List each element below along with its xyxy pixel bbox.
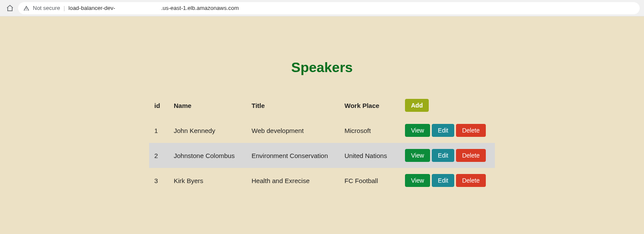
- table-header-row: id Name Title Work Place Add: [149, 93, 495, 118]
- cell-id: 2: [149, 143, 169, 168]
- view-button[interactable]: View: [405, 149, 430, 162]
- cell-workplace: Microsoft: [339, 118, 400, 143]
- edit-button[interactable]: Edit: [432, 149, 454, 162]
- table-row: 3Kirk ByersHealth and ExreciseFC Footbal…: [149, 168, 495, 193]
- home-icon[interactable]: [6, 4, 14, 12]
- cell-id: 1: [149, 118, 169, 143]
- page-title: Speakers: [291, 60, 353, 76]
- col-header-title: Title: [246, 93, 339, 118]
- cell-name: Kirk Byers: [169, 168, 246, 193]
- speakers-table: id Name Title Work Place Add 1John Kenne…: [149, 93, 495, 193]
- cell-title: Health and Exrecise: [246, 168, 339, 193]
- cell-name: John Kennedy: [169, 118, 246, 143]
- cell-workplace: FC Football: [339, 168, 400, 193]
- cell-actions: ViewEditDelete: [400, 143, 495, 168]
- view-button[interactable]: View: [405, 124, 430, 137]
- table-row: 2Johnstone ColombusEnvironment Conservat…: [149, 143, 495, 168]
- security-label: Not secure: [33, 5, 60, 11]
- delete-button[interactable]: Delete: [456, 149, 485, 162]
- cell-id: 3: [149, 168, 169, 193]
- cell-title: Environment Conservation: [246, 143, 339, 168]
- page-content: Speakers id Name Title Work Place Add 1J…: [0, 16, 644, 193]
- delete-button[interactable]: Delete: [456, 174, 485, 187]
- url-text-right: .us-east-1.elb.amazonaws.com: [161, 5, 239, 11]
- add-button[interactable]: Add: [405, 99, 429, 112]
- not-secure-icon: [23, 5, 29, 11]
- url-field[interactable]: Not secure | load-balancer-dev- .us-east…: [18, 2, 640, 14]
- url-text-left: load-balancer-dev-: [68, 5, 115, 11]
- cell-actions: ViewEditDelete: [400, 168, 495, 193]
- delete-button[interactable]: Delete: [456, 124, 485, 137]
- cell-name: Johnstone Colombus: [169, 143, 246, 168]
- browser-address-bar: Not secure | load-balancer-dev- .us-east…: [0, 0, 644, 16]
- table-row: 1John KennedyWeb developmentMicrosoftVie…: [149, 118, 495, 143]
- edit-button[interactable]: Edit: [432, 174, 454, 187]
- cell-workplace: United Nations: [339, 143, 400, 168]
- col-header-workplace: Work Place: [339, 93, 400, 118]
- view-button[interactable]: View: [405, 174, 430, 187]
- edit-button[interactable]: Edit: [432, 124, 454, 137]
- col-header-name: Name: [169, 93, 246, 118]
- col-header-actions: Add: [400, 93, 495, 118]
- url-divider: |: [64, 5, 65, 11]
- col-header-id: id: [149, 93, 169, 118]
- cell-actions: ViewEditDelete: [400, 118, 495, 143]
- cell-title: Web development: [246, 118, 339, 143]
